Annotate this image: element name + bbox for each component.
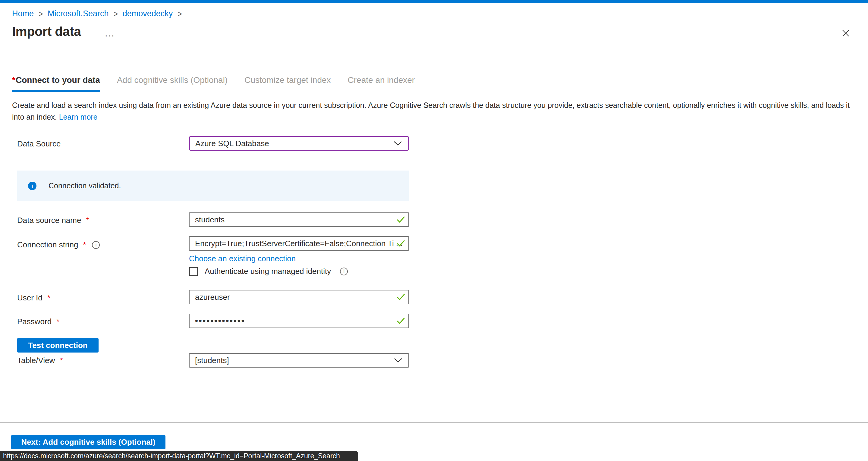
managed-identity-checkbox[interactable] (189, 267, 198, 276)
required-marker: * (86, 216, 89, 225)
data-source-label: Data Source (17, 139, 61, 149)
close-button[interactable] (839, 27, 852, 40)
status-url: https://docs.microsoft.com/azure/search/… (3, 452, 340, 460)
breadcrumb-separator: > (178, 8, 182, 19)
breadcrumb-microsoft-search[interactable]: Microsoft.Search (48, 9, 109, 19)
connection-string-label: Connection string* i (17, 240, 100, 249)
wizard-tabs: *Connect to your data Add cognitive skil… (12, 75, 415, 92)
page-title: Import data (12, 24, 81, 39)
managed-identity-label: Authenticate using managed identity (205, 267, 331, 276)
page-description: Create and load a search index using dat… (12, 99, 855, 123)
connection-validated-banner: i Connection validated. (17, 171, 409, 201)
table-view-label: Table/View* (17, 356, 63, 365)
user-id-label: User Id* (17, 293, 50, 303)
valid-check-icon (396, 293, 405, 301)
chevron-down-icon (394, 358, 402, 363)
data-source-name-input[interactable]: students (189, 212, 409, 227)
valid-check-icon (396, 216, 405, 223)
link-status-bar: https://docs.microsoft.com/azure/search/… (0, 451, 358, 461)
required-marker: * (12, 75, 16, 85)
next-add-cognitive-skills-button[interactable]: Next: Add cognitive skills (Optional) (11, 435, 165, 449)
table-view-value: [students] (195, 356, 229, 365)
tab-customize-target-index[interactable]: Customize target index (244, 75, 331, 92)
info-icon[interactable]: i (92, 241, 100, 249)
banner-message: Connection validated. (49, 181, 121, 190)
required-marker: * (83, 240, 86, 249)
required-marker: * (60, 356, 63, 365)
breadcrumb: Home > Microsoft.Search > demovedecky > (12, 9, 182, 19)
required-marker: * (47, 293, 50, 303)
import-data-page: Home > Microsoft.Search > demovedecky > … (0, 0, 868, 461)
chevron-down-icon (394, 141, 402, 146)
table-view-dropdown[interactable]: [students] (189, 353, 409, 368)
valid-check-icon (396, 317, 405, 325)
choose-existing-connection-link[interactable]: Choose an existing connection (189, 254, 296, 263)
tab-create-an-indexer[interactable]: Create an indexer (348, 75, 415, 92)
test-connection-button[interactable]: Test connection (17, 338, 98, 352)
valid-check-icon (396, 240, 405, 247)
password-input[interactable]: ••••••••••••• (189, 314, 409, 328)
more-options-icon[interactable]: ... (105, 28, 115, 39)
data-source-value: Azure SQL Database (195, 139, 269, 148)
info-icon[interactable]: i (340, 268, 348, 275)
managed-identity-row: Authenticate using managed identity i (189, 267, 348, 276)
breadcrumb-separator: > (38, 8, 43, 19)
tab-add-cognitive-skills[interactable]: Add cognitive skills (Optional) (117, 75, 227, 92)
footer-divider (0, 422, 868, 423)
tab-connect-to-your-data[interactable]: *Connect to your data (12, 75, 100, 92)
breadcrumb-home[interactable]: Home (12, 9, 34, 19)
data-source-name-label: Data source name* (17, 216, 89, 225)
breadcrumb-demovedecky[interactable]: demovedecky (123, 9, 173, 19)
breadcrumb-separator: > (114, 8, 118, 19)
user-id-input[interactable]: azureuser (189, 290, 409, 304)
connection-string-input[interactable]: Encrypt=True;TrustServerCertificate=Fals… (189, 236, 409, 251)
required-marker: * (56, 317, 59, 326)
password-label: Password* (17, 317, 59, 326)
data-source-dropdown[interactable]: Azure SQL Database (189, 136, 409, 151)
info-icon: i (28, 182, 36, 190)
description-text: Create and load a search index using dat… (12, 101, 849, 121)
close-icon (841, 29, 850, 38)
learn-more-link[interactable]: Learn more (59, 113, 98, 121)
top-accent-bar (0, 0, 868, 3)
